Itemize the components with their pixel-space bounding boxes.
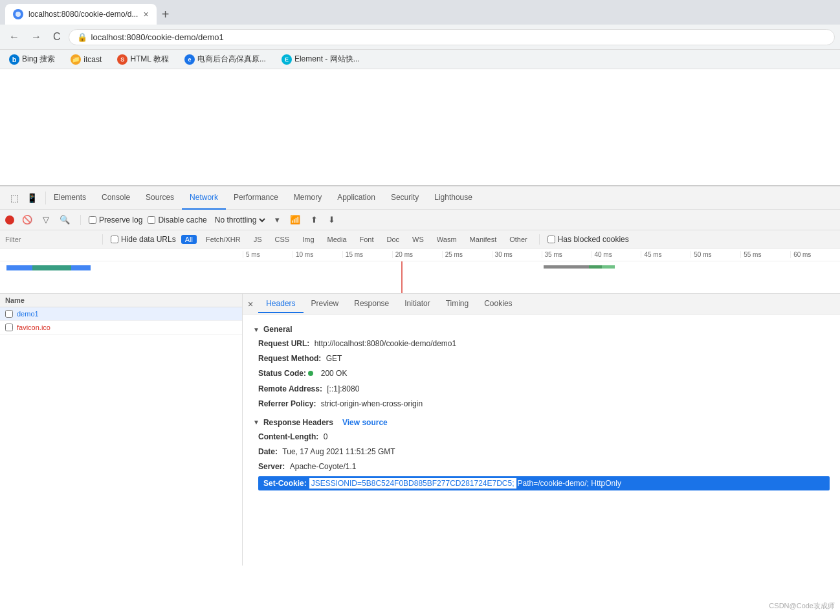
bookmark-element-icon: E [282, 54, 292, 65]
details-tab-preview[interactable]: Preview [304, 295, 347, 313]
bookmarks-bar: b Bing 搜索 📁 itcast S HTML 教程 e 电商后台高保真原.… [0, 50, 840, 69]
browser-tab[interactable]: localhost:8080/cookie-demo/d... × [5, 4, 157, 25]
set-cookie-value-rest: Path=/cookie-demo/; HttpOnly [518, 479, 621, 488]
filter-wasm-button[interactable]: Wasm [433, 235, 461, 244]
remote-address-value: [::1]:8080 [327, 384, 359, 393]
tab-memory[interactable]: Memory [286, 186, 329, 210]
wifi-icon[interactable]: 📶 [287, 214, 303, 226]
set-cookie-value-highlighted: JSESSIONID=5B8C524F0BD885BF277CD281724E7… [309, 478, 516, 489]
date-row: Date: Tue, 17 Aug 2021 11:51:25 GMT [253, 446, 830, 458]
bookmark-ecommerce-label: 电商后台高保真原... [197, 54, 266, 65]
tab-security[interactable]: Security [383, 186, 426, 210]
details-tab-headers[interactable]: Headers [258, 295, 303, 313]
devtools: ⬚ 📱 Elements Console Sources Network Per… [0, 186, 840, 566]
timeline-bars [0, 261, 840, 293]
details-tab-timing[interactable]: Timing [438, 295, 477, 313]
name-column-header: Name [5, 296, 25, 304]
tab-lighthouse[interactable]: Lighthouse [426, 186, 480, 210]
request-url-label: Request URL: [258, 339, 309, 348]
set-cookie-row: Set-Cookie: JSESSIONID=5B8C524F0BD885BF2… [258, 476, 830, 490]
address-text: localhost:8080/cookie-demo/demo1 [91, 32, 826, 42]
stop-icon[interactable]: 🚫 [19, 214, 35, 226]
filter-js-button[interactable]: JS [250, 235, 266, 244]
search-icon[interactable]: 🔍 [57, 214, 72, 226]
request-row-demo1[interactable]: demo1 [0, 307, 242, 321]
filter-media-button[interactable]: Media [324, 235, 351, 244]
filter-ws-button[interactable]: WS [408, 235, 428, 244]
filter-doc-button[interactable]: Doc [383, 235, 404, 244]
filter-other-button[interactable]: Other [505, 235, 531, 244]
timeline-mark-5ms: 5 ms [243, 251, 293, 258]
tab-elements[interactable]: Elements [46, 186, 94, 210]
details-tab-cookies[interactable]: Cookies [476, 295, 520, 313]
referrer-policy-label: Referrer Policy: [258, 399, 316, 408]
remote-address-label: Remote Address: [258, 384, 322, 393]
status-code-row: Status Code: 200 OK [253, 368, 830, 380]
filter-divider2 [539, 234, 540, 245]
new-tab-button[interactable]: + [157, 7, 175, 22]
referrer-policy-row: Referrer Policy: strict-origin-when-cros… [253, 398, 830, 410]
server-label: Server: [258, 462, 285, 471]
server-value: Apache-Coyote/1.1 [290, 462, 357, 471]
preserve-log-checkbox[interactable]: Preserve log [89, 215, 142, 225]
details-content: ▼ General Request URL: http://localhost:… [243, 314, 840, 498]
timeline-area: 5 ms 10 ms 15 ms 20 ms 25 ms 30 ms 35 ms… [0, 248, 840, 294]
filter-icon[interactable]: ▽ [40, 214, 52, 226]
hide-data-urls-checkbox[interactable]: Hide data URLs [111, 235, 176, 244]
tab-sources[interactable]: Sources [138, 186, 182, 210]
bookmark-itcast[interactable]: 📁 itcast [67, 53, 105, 66]
status-dot-icon [308, 371, 313, 376]
blocked-cookies-checkbox[interactable]: Has blocked cookies [547, 235, 629, 244]
filter-input[interactable] [5, 236, 94, 243]
bookmark-bing[interactable]: b Bing 搜索 [5, 52, 59, 66]
filter-all-button[interactable]: All [181, 235, 197, 244]
upload-icon[interactable]: ⬆ [308, 214, 320, 226]
nav-bar: ← → C 🔒 localhost:8080/cookie-demo/demo1 [0, 25, 840, 50]
request-row-favicon[interactable]: favicon.ico [0, 321, 242, 335]
request-url-row: Request URL: http://localhost:8080/cooki… [253, 338, 830, 350]
timeline-mark-50ms: 50 ms [691, 251, 740, 258]
devtools-toolbar: 🚫 ▽ 🔍 Preserve log Disable cache No thro… [0, 210, 840, 230]
details-tab-initiator[interactable]: Initiator [397, 295, 437, 313]
bookmark-ecommerce[interactable]: e 电商后台高保真原... [181, 52, 270, 66]
bookmark-element-label: Element - 网站快... [294, 54, 360, 65]
filter-font-button[interactable]: Font [356, 235, 378, 244]
forward-button[interactable]: → [27, 28, 45, 45]
download-icon[interactable]: ⬇ [326, 214, 338, 226]
devtools-tab-bar: ⬚ 📱 Elements Console Sources Network Per… [0, 186, 840, 210]
lock-icon: 🔒 [77, 32, 87, 42]
filter-manifest-button[interactable]: Manifest [466, 235, 501, 244]
device-icon[interactable]: 📱 [24, 192, 40, 204]
back-button[interactable]: ← [5, 28, 23, 45]
timeline-mark-40ms: 40 ms [591, 251, 641, 258]
details-tab-response[interactable]: Response [346, 295, 397, 313]
inspect-icon[interactable]: ⬚ [8, 192, 21, 204]
throttle-select[interactable]: No throttling [212, 215, 267, 225]
status-code-label: Status Code: [258, 369, 306, 378]
timeline-mark-60ms: 60 ms [790, 251, 840, 258]
details-close-button[interactable]: × [243, 299, 258, 309]
filter-css-button[interactable]: CSS [271, 235, 294, 244]
request-checkbox-demo1[interactable] [5, 310, 13, 318]
status-code-value: 200 OK [321, 369, 348, 378]
record-button[interactable] [5, 215, 14, 225]
filter-xhr-button[interactable]: Fetch/XHR [202, 235, 245, 244]
bookmark-itcast-label: itcast [83, 55, 102, 64]
timeline-mark-20ms: 20 ms [392, 251, 442, 258]
bookmark-html[interactable]: S HTML 教程 [113, 52, 173, 66]
tab-close-button[interactable]: × [143, 9, 148, 19]
tab-network[interactable]: Network [182, 186, 226, 210]
disable-cache-checkbox[interactable]: Disable cache [148, 215, 206, 225]
view-source-button[interactable]: View source [342, 418, 388, 427]
timeline-mark-10ms: 10 ms [293, 251, 342, 258]
filter-bar: Hide data URLs All Fetch/XHR JS CSS Img … [0, 230, 840, 248]
tab-performance[interactable]: Performance [226, 186, 286, 210]
address-bar[interactable]: 🔒 localhost:8080/cookie-demo/demo1 [69, 29, 835, 45]
bookmark-element[interactable]: E Element - 网站快... [278, 52, 364, 66]
request-checkbox-favicon[interactable] [5, 324, 13, 331]
tab-console[interactable]: Console [94, 186, 138, 210]
filter-img-button[interactable]: Img [298, 235, 318, 244]
reload-button[interactable]: C [49, 28, 65, 45]
tab-application[interactable]: Application [329, 186, 383, 210]
throttle-dropdown-icon[interactable]: ▾ [272, 214, 282, 226]
